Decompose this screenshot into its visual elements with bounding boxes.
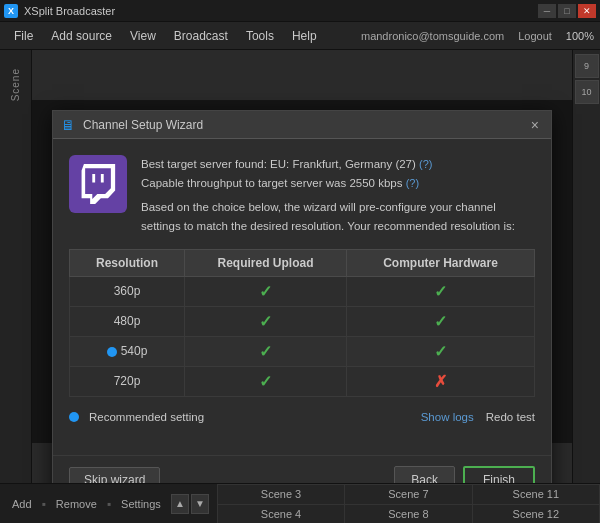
col-upload: Required Upload xyxy=(184,249,346,276)
scene-tab-3[interactable]: Scene 3 xyxy=(218,484,345,504)
col-resolution: Resolution xyxy=(70,249,185,276)
scene-tabs-row1: Scene 3 Scene 7 Scene 11 xyxy=(218,484,600,504)
title-bar: X XSplit Broadcaster ─ □ ✕ xyxy=(0,0,600,22)
right-strip-item-9[interactable]: 9 xyxy=(575,54,599,78)
menu-add-source[interactable]: Add source xyxy=(43,26,120,46)
server-help-link[interactable]: (?) xyxy=(419,158,432,170)
table-row-hardware: ✓ xyxy=(347,336,535,366)
table-row-upload: ✓ xyxy=(184,306,346,336)
twitch-logo xyxy=(69,155,127,213)
menu-tools[interactable]: Tools xyxy=(238,26,282,46)
table-row-resolution[interactable]: 360p xyxy=(70,276,185,306)
settings-scene-button[interactable]: Settings xyxy=(117,496,165,512)
dialog-title: Channel Setup Wizard xyxy=(83,118,203,132)
channel-setup-dialog: 🖥 Channel Setup Wizard × xyxy=(52,110,552,505)
description-text: Based on the choice below, the wizard wi… xyxy=(141,198,535,235)
remove-scene-button[interactable]: Remove xyxy=(52,496,101,512)
scene-tab-8[interactable]: Scene 8 xyxy=(345,504,472,524)
menu-right: mandronico@tomsguide.com Logout 100% xyxy=(361,28,594,44)
table-row-hardware: ✓ xyxy=(347,306,535,336)
table-row-hardware: ✗ xyxy=(347,366,535,396)
scene-tab-4[interactable]: Scene 4 xyxy=(218,504,345,524)
dialog-body: Best target server found: EU: Frankfurt,… xyxy=(53,139,551,455)
add-scene-button[interactable]: Add xyxy=(8,496,36,512)
table-row-hardware: ✓ xyxy=(347,276,535,306)
menu-help[interactable]: Help xyxy=(284,26,325,46)
recommended-dot xyxy=(69,412,79,422)
scene-tab-12[interactable]: Scene 12 xyxy=(473,504,600,524)
menu-broadcast[interactable]: Broadcast xyxy=(166,26,236,46)
logout-button[interactable]: Logout xyxy=(512,28,558,44)
scene-tab-7[interactable]: Scene 7 xyxy=(345,484,472,504)
table-row-resolution[interactable]: 720p xyxy=(70,366,185,396)
dialog-title-bar: 🖥 Channel Setup Wizard × xyxy=(53,111,551,139)
center-content: 🖥 Channel Setup Wizard × xyxy=(32,50,572,483)
menu-view[interactable]: View xyxy=(122,26,164,46)
throughput-info: Capable throughput to target server was … xyxy=(141,174,535,193)
dialog-overlay: 🖥 Channel Setup Wizard × xyxy=(32,100,572,443)
dialog-close-button[interactable]: × xyxy=(527,116,543,134)
recommended-row: Recommended setting Show logs Redo test xyxy=(69,411,535,423)
table-row-resolution[interactable]: 540p xyxy=(70,336,185,366)
arrow-down-button[interactable]: ▼ xyxy=(191,494,209,514)
table-row-upload: ✓ xyxy=(184,366,346,396)
right-strip-item-10[interactable]: 10 xyxy=(575,80,599,104)
info-section: Best target server found: EU: Frankfurt,… xyxy=(69,155,535,235)
server-info: Best target server found: EU: Frankfurt,… xyxy=(141,155,535,174)
scene-arrows: ▲ ▼ xyxy=(171,494,209,514)
resolution-table: Resolution Required Upload Computer Hard… xyxy=(69,249,535,397)
table-row-resolution[interactable]: 480p xyxy=(70,306,185,336)
recommended-label: Recommended setting xyxy=(89,411,204,423)
throughput-help-link[interactable]: (?) xyxy=(406,177,419,189)
close-button[interactable]: ✕ xyxy=(578,4,596,18)
scenes-label: Scene xyxy=(10,68,21,101)
menu-items: File Add source View Broadcast Tools Hel… xyxy=(6,26,325,46)
app-icon: X xyxy=(4,4,18,18)
scene-tabs-row2: Scene 4 Scene 8 Scene 12 xyxy=(218,504,600,524)
minimize-button[interactable]: ─ xyxy=(538,4,556,18)
table-row-upload: ✓ xyxy=(184,336,346,366)
redo-test-button[interactable]: Redo test xyxy=(486,411,535,423)
maximize-button[interactable]: □ xyxy=(558,4,576,18)
scene-controls: Add ▪ Remove ▪ Settings ▲ ▼ xyxy=(0,484,218,523)
zoom-level: 100% xyxy=(566,30,594,42)
info-text: Best target server found: EU: Frankfurt,… xyxy=(141,155,535,235)
window-title: XSplit Broadcaster xyxy=(24,5,115,17)
arrow-up-button[interactable]: ▲ xyxy=(171,494,189,514)
menu-bar: File Add source View Broadcast Tools Hel… xyxy=(0,22,600,50)
window-controls[interactable]: ─ □ ✕ xyxy=(538,4,596,18)
right-sidebar: 9 10 xyxy=(572,50,600,483)
menu-file[interactable]: File xyxy=(6,26,41,46)
bottom-bar: Add ▪ Remove ▪ Settings ▲ ▼ Scene 3 Scen… xyxy=(0,483,600,523)
scene-tab-11[interactable]: Scene 11 xyxy=(473,484,600,504)
left-sidebar: Scene xyxy=(0,50,32,483)
dialog-monitor-icon: 🖥 xyxy=(61,117,77,133)
table-row-upload: ✓ xyxy=(184,276,346,306)
col-hardware: Computer Hardware xyxy=(347,249,535,276)
user-email: mandronico@tomsguide.com xyxy=(361,30,504,42)
scene-tabs: Scene 3 Scene 7 Scene 11 Scene 4 Scene 8… xyxy=(218,484,600,523)
main-area: Scene 🖥 Channel Setup Wizard × xyxy=(0,50,600,483)
show-logs-link[interactable]: Show logs xyxy=(421,411,474,423)
